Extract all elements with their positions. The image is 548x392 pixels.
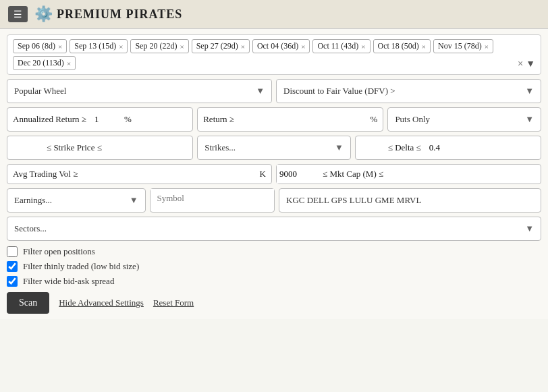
avg-vol-suffix: K <box>254 165 271 184</box>
date-tag-sep06: Sep 06 (8d) × <box>13 39 67 53</box>
date-tag-label: Sep 13 (15d) <box>74 41 116 51</box>
sectors-chevron-icon: ▼ <box>525 223 534 234</box>
delta-high-input[interactable] <box>427 138 460 157</box>
earnings-select[interactable]: Earnings... ▼ <box>7 188 146 213</box>
sectors-select[interactable]: Sectors... ▼ <box>7 217 541 241</box>
ann-return-group: Annualized Return ≥ % <box>7 107 193 132</box>
expand-tags-button[interactable]: ▼ <box>526 58 535 69</box>
reset-form-button[interactable]: Reset Form <box>153 298 194 308</box>
symbol-input[interactable] <box>150 189 275 208</box>
filter-thinly-traded-label[interactable]: Filter thinly traded (low bid size) <box>23 261 139 272</box>
earnings-label: Earnings... <box>14 195 52 206</box>
logo-area: ⚙️ PREMIUM PIRATES <box>34 5 182 23</box>
ann-return-suffix: % <box>119 110 137 129</box>
delta-label: ≤ Delta ≤ <box>383 138 427 157</box>
date-tag-label: Sep 20 (22d) <box>135 41 177 51</box>
ann-return-input[interactable] <box>92 110 119 129</box>
date-tag-close-sep13[interactable]: × <box>119 43 123 51</box>
mkt-cap-value-input[interactable] <box>277 165 317 184</box>
symbols-value: KGC DELL GPS LULU GME MRVL <box>286 195 421 206</box>
clear-tags-button[interactable]: × <box>518 58 523 69</box>
date-tag-close-oct11[interactable]: × <box>361 43 365 51</box>
strike-price-low-input[interactable] <box>7 138 41 157</box>
dfv-label: Discount to Fair Value (DFV) > <box>283 86 395 96</box>
dfv-chevron-icon: ▼ <box>525 86 534 96</box>
checkbox-item-1: Filter open positions <box>7 246 541 257</box>
date-tag-label: Sep 27 (29d) <box>196 41 238 51</box>
return-label: Return ≥ <box>198 110 240 129</box>
filter-wide-bid-ask-checkbox[interactable] <box>7 276 18 287</box>
symbols-display: KGC DELL GPS LULU GME MRVL <box>279 188 541 213</box>
bottom-row: Scan Hide Advanced Settings Reset Form <box>7 292 541 314</box>
earnings-chevron-icon: ▼ <box>130 195 138 206</box>
avg-vol-group: Avg Trading Vol ≥ K <box>7 164 272 184</box>
hide-advanced-button[interactable]: Hide Advanced Settings <box>59 298 144 308</box>
date-tag-oct11: Oct 11 (43d) × <box>312 39 370 53</box>
strike-price-label: ≤ Strike Price ≤ <box>41 138 107 157</box>
filter-open-positions-label[interactable]: Filter open positions <box>23 246 95 257</box>
return-suffix: % <box>365 110 383 129</box>
filter-wide-bid-ask-label[interactable]: Filter wide bid-ask spread <box>23 276 114 287</box>
mkt-cap-high-input[interactable] <box>389 165 422 184</box>
popular-wheel-chevron-icon: ▼ <box>256 86 265 96</box>
date-tag-close-sep27[interactable]: × <box>241 43 245 51</box>
date-tag-close-oct04[interactable]: × <box>301 43 305 51</box>
filter-row-2: Annualized Return ≥ % Return ≥ % Puts On… <box>7 107 541 132</box>
menu-button[interactable]: ☰ <box>8 6 28 22</box>
date-tag-close-nov15[interactable]: × <box>485 43 489 51</box>
date-tag-close-dec20[interactable]: × <box>67 59 71 67</box>
logo-icon: ⚙️ <box>34 5 53 23</box>
date-tag-sep13: Sep 13 (15d) × <box>70 39 128 53</box>
avg-vol-input[interactable] <box>83 165 254 184</box>
date-tag-oct18: Oct 18 (50d) × <box>373 39 431 53</box>
scan-button[interactable]: Scan <box>7 292 49 314</box>
return-group: Return ≥ % <box>197 107 383 132</box>
date-tag-label: Oct 04 (36d) <box>257 41 298 51</box>
filter-row-6: Sectors... ▼ <box>7 217 541 241</box>
checkbox-group: Filter open positions Filter thinly trad… <box>7 246 541 287</box>
date-tag-close-oct18[interactable]: × <box>422 43 426 51</box>
puts-only-select[interactable]: Puts Only ▼ <box>387 107 541 132</box>
ann-return-label: Annualized Return ≥ <box>7 110 92 129</box>
filter-row-3: ≤ Strike Price ≤ Strikes... ▼ ≤ Delta ≤ <box>7 136 541 160</box>
filter-open-positions-checkbox[interactable] <box>7 246 18 257</box>
date-tag-label: Oct 18 (50d) <box>378 41 419 51</box>
date-tag-nov15: Nov 15 (78d) × <box>433 39 493 53</box>
tags-actions: × ▼ <box>518 58 535 69</box>
delta-low-input[interactable] <box>356 138 383 157</box>
return-input[interactable] <box>240 110 365 129</box>
main-content: Sep 06 (8d) × Sep 13 (15d) × Sep 20 (22d… <box>0 29 548 319</box>
symbol-input-wrap <box>150 188 275 213</box>
date-tag-label: Sep 06 (8d) <box>18 41 55 51</box>
checkbox-item-2: Filter thinly traded (low bid size) <box>7 261 541 272</box>
mkt-cap-label: ≤ Mkt Cap (M) ≤ <box>317 165 389 184</box>
header: ☰ ⚙️ PREMIUM PIRATES <box>0 0 548 29</box>
date-tag-label: Nov 15 (78d) <box>438 41 482 51</box>
filter-row-1: Popular Wheel ▼ Discount to Fair Value (… <box>7 79 541 103</box>
popular-wheel-label: Popular Wheel <box>14 86 66 96</box>
date-tag-close-sep06[interactable]: × <box>58 43 62 51</box>
filter-row-5: Earnings... ▼ KGC DELL GPS LULU GME MRVL <box>7 188 541 213</box>
app-title: PREMIUM PIRATES <box>57 7 182 22</box>
popular-wheel-select[interactable]: Popular Wheel ▼ <box>7 79 272 103</box>
date-tags-container: Sep 06 (8d) × Sep 13 (15d) × Sep 20 (22d… <box>7 34 541 75</box>
strikes-select[interactable]: Strikes... ▼ <box>197 136 351 160</box>
date-tag-sep27: Sep 27 (29d) × <box>192 39 250 53</box>
date-tag-close-sep20[interactable]: × <box>180 43 184 51</box>
date-tag-sep20: Sep 20 (22d) × <box>130 39 188 53</box>
date-tag-label: Oct 11 (43d) <box>317 41 358 51</box>
strike-price-group: ≤ Strike Price ≤ <box>7 136 193 160</box>
date-tag-dec20: Dec 20 (113d) × <box>13 56 76 70</box>
strikes-chevron-icon: ▼ <box>335 142 344 153</box>
mkt-cap-group: ≤ Mkt Cap (M) ≤ <box>276 164 541 184</box>
filter-row-4: Avg Trading Vol ≥ K ≤ Mkt Cap (M) ≤ <box>7 164 541 184</box>
avg-vol-label: Avg Trading Vol ≥ <box>7 165 83 184</box>
checkbox-item-3: Filter wide bid-ask spread <box>7 276 541 287</box>
delta-group: ≤ Delta ≤ <box>355 136 541 160</box>
strike-price-high-input[interactable] <box>107 138 141 157</box>
dfv-select[interactable]: Discount to Fair Value (DFV) > ▼ <box>276 79 541 103</box>
puts-only-label: Puts Only <box>395 114 430 125</box>
date-tag-label: Dec 20 (113d) <box>18 58 64 68</box>
strikes-label: Strikes... <box>204 142 236 153</box>
filter-thinly-traded-checkbox[interactable] <box>7 261 18 272</box>
